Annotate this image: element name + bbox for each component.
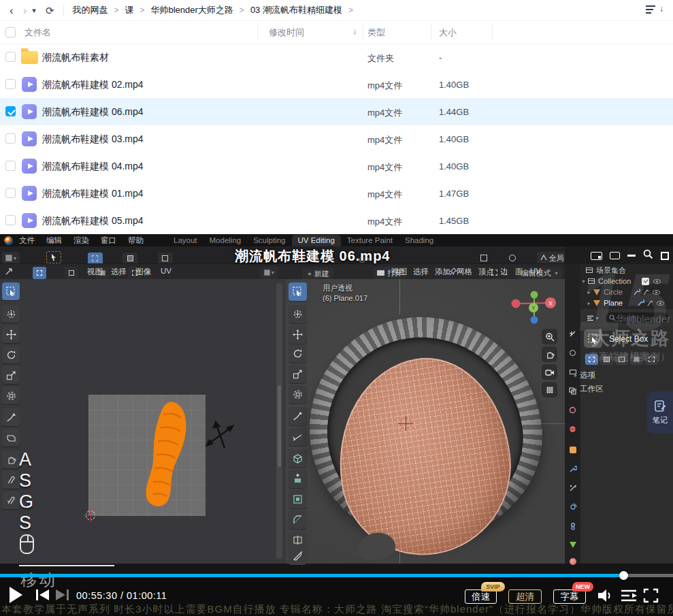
- breadcrumb-item-root[interactable]: 我的网盘: [72, 4, 108, 16]
- ortho-grid-icon[interactable]: [542, 382, 557, 398]
- shoe-model[interactable]: [310, 317, 558, 562]
- visibility-eye-icon[interactable]: [653, 290, 660, 295]
- tab-shading[interactable]: Shading: [399, 235, 440, 246]
- breadcrumb-item-2[interactable]: 华帅blender大师之路: [150, 4, 233, 16]
- breadcrumb-item-1[interactable]: 课: [125, 4, 133, 16]
- properties-search[interactable]: [606, 312, 668, 323]
- workspace-section[interactable]: ▸ 工作区: [574, 384, 604, 394]
- uv-tool-rotate[interactable]: [2, 346, 20, 363]
- editor-type-icon[interactable]: ▾: [2, 252, 20, 264]
- visibility-eye-icon[interactable]: [653, 279, 661, 284]
- select-mode-intersect[interactable]: [645, 354, 658, 365]
- tab-render-icon[interactable]: [568, 348, 577, 357]
- tab-scene-icon[interactable]: [568, 406, 577, 415]
- row-checkbox[interactable]: [5, 188, 16, 198]
- uv-tool-scale[interactable]: [2, 366, 20, 384]
- vp-menu-edge[interactable]: 边: [500, 267, 508, 277]
- quality-button[interactable]: 超清: [508, 589, 542, 604]
- vp-tool-transform[interactable]: [289, 385, 307, 404]
- camera-view-icon[interactable]: [542, 364, 557, 380]
- breadcrumb-item-current[interactable]: 03 潮流帆布鞋精细建模: [250, 4, 342, 16]
- collection-checkbox[interactable]: [642, 278, 649, 285]
- file-name[interactable]: 潮流帆布鞋建模 05.mp4: [42, 215, 144, 227]
- menu-help[interactable]: 帮助: [128, 236, 144, 246]
- pan-hand-icon[interactable]: [542, 346, 557, 362]
- select-mode-new[interactable]: [585, 354, 598, 365]
- viewport-gizmo-icon[interactable]: [478, 252, 490, 264]
- vp-tool-measure[interactable]: [289, 427, 307, 446]
- uv-menu-select[interactable]: 选择: [111, 267, 127, 277]
- row-checkbox-checked[interactable]: [5, 106, 16, 116]
- select-mode-invert[interactable]: [630, 354, 643, 365]
- vp-tool-scale[interactable]: [289, 365, 307, 383]
- file-row[interactable]: 潮流帆布鞋建模 01.mp4 mp4文件 1.47GB: [0, 180, 673, 207]
- video-player[interactable]: 文件 编辑 渲染 窗口 帮助 Layout Modeling Sculpting…: [0, 234, 673, 616]
- vp-menu-vertex[interactable]: 顶点: [478, 267, 494, 277]
- active-tool-icon[interactable]: [46, 251, 61, 263]
- image-browse-icon[interactable]: ▾: [260, 267, 278, 279]
- history-dropdown-icon[interactable]: ▾: [32, 7, 36, 14]
- sort-desc-arrow-icon[interactable]: ↓: [352, 26, 357, 36]
- vp-tool-bevel[interactable]: [289, 510, 307, 529]
- uv-menu-uv[interactable]: UV: [161, 267, 171, 275]
- speed-button[interactable]: 倍速: [465, 589, 497, 604]
- file-name[interactable]: 潮流帆布鞋建模 01.mp4: [42, 188, 144, 200]
- notes-button[interactable]: 笔记: [647, 391, 673, 434]
- tab-texture-paint[interactable]: Texture Paint: [341, 235, 399, 246]
- zoom-icon[interactable]: [643, 249, 653, 262]
- uv-scrollbar[interactable]: [276, 283, 282, 559]
- miniplayer-icon[interactable]: [591, 252, 602, 260]
- uv-tool-grab-hand[interactable]: [2, 451, 20, 468]
- row-checkbox[interactable]: [5, 133, 16, 144]
- object-name[interactable]: Circle: [604, 288, 623, 296]
- viewport-3d[interactable]: 用户透视 (6) Plane.017: [286, 279, 565, 564]
- expand-icon[interactable]: ▾: [580, 278, 587, 285]
- uv-menu-image[interactable]: 图像: [135, 267, 151, 277]
- uv-sticky-mode-icon[interactable]: [3, 265, 15, 278]
- tab-tool-icon[interactable]: [568, 329, 577, 338]
- outliner-collection-row[interactable]: ▾ Collection: [580, 276, 673, 287]
- forward-icon[interactable]: ›: [23, 5, 27, 16]
- vp-tool-add-cube[interactable]: [289, 449, 307, 468]
- back-icon[interactable]: ‹: [10, 5, 14, 16]
- menu-render[interactable]: 渲染: [73, 236, 89, 246]
- uv-editor[interactable]: A S G S: [0, 279, 286, 564]
- vp-tool-annotate[interactable]: [289, 407, 307, 425]
- vp-menu-uv[interactable]: UV: [530, 267, 541, 275]
- tab-material-icon[interactable]: [568, 557, 577, 566]
- visibility-eye-icon[interactable]: [657, 301, 664, 306]
- collapse-icon[interactable]: ▸: [586, 300, 592, 306]
- outliner-circle-row[interactable]: ▸ Circle: [580, 287, 673, 297]
- vp-tool-extrude[interactable]: [289, 470, 307, 488]
- row-checkbox[interactable]: [5, 52, 16, 62]
- uv-tool-move[interactable]: [2, 325, 20, 343]
- file-name[interactable]: 潮流帆布鞋建模 03.mp4: [42, 133, 144, 146]
- tab-data-icon[interactable]: [568, 540, 577, 549]
- column-modified[interactable]: 修改时间: [269, 27, 304, 39]
- vp-tool-rotate[interactable]: [289, 344, 307, 363]
- file-name[interactable]: 潮流帆布鞋建模 04.mp4: [42, 161, 144, 173]
- tab-constraints-icon[interactable]: [568, 521, 577, 530]
- row-checkbox[interactable]: [5, 215, 16, 225]
- uv-select-mode-icon[interactable]: [122, 253, 137, 265]
- subtitle-button[interactable]: 字幕: [553, 589, 586, 604]
- file-name[interactable]: 潮流帆布鞋建模 02.mp4: [42, 79, 144, 91]
- uv-sync-select-icon[interactable]: [88, 253, 103, 265]
- uv-tool-tweak-cursor[interactable]: [2, 305, 20, 323]
- new-image-button[interactable]: ＋ 新建: [302, 268, 333, 280]
- navigation-gizmo[interactable]: Y X: [505, 286, 565, 328]
- menu-file[interactable]: 文件: [19, 236, 35, 246]
- column-name[interactable]: 文件名: [24, 27, 51, 39]
- tab-modifier-icon[interactable]: [568, 464, 577, 473]
- uv-image-space[interactable]: [88, 395, 206, 516]
- tab-uv-editing[interactable]: UV Editing: [292, 235, 341, 246]
- select-all-checkbox[interactable]: [5, 27, 16, 37]
- uv-2d-cursor[interactable]: [86, 510, 95, 520]
- uv-tool-pinch[interactable]: [2, 491, 20, 509]
- uv-tool-annotate[interactable]: [2, 408, 20, 426]
- vp-tool-cursor[interactable]: [289, 305, 307, 323]
- select-mode-subtract[interactable]: [615, 354, 628, 365]
- file-row[interactable]: 潮流帆布鞋建模 02.mp4 mp4文件 1.40GB: [0, 71, 673, 98]
- object-name-active[interactable]: Plane: [604, 299, 623, 307]
- uv-tool-relax[interactable]: [2, 471, 20, 489]
